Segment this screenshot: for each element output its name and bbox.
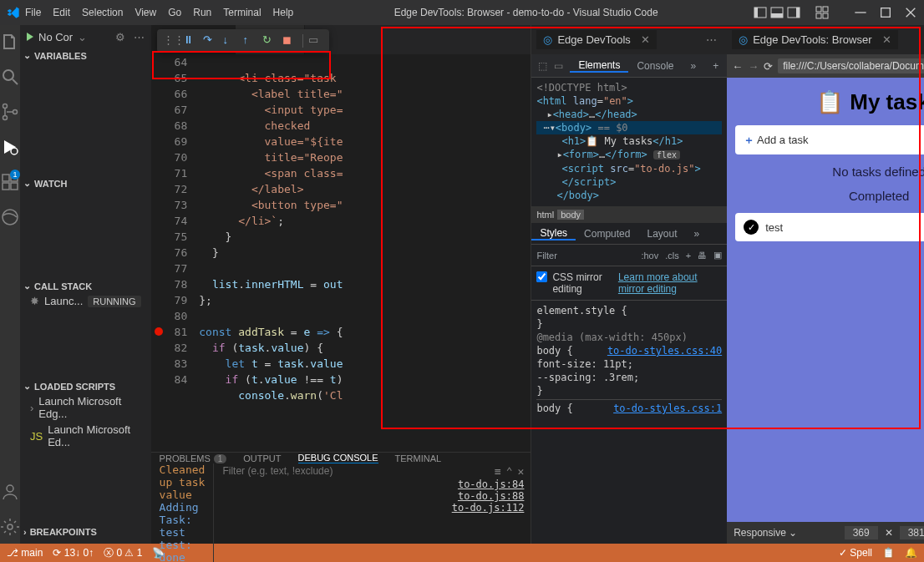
chevron-down-icon[interactable]: ⌄ xyxy=(78,31,87,43)
bell-icon[interactable]: 🔔 xyxy=(905,547,917,559)
restart-icon[interactable]: ↻ xyxy=(262,33,277,48)
back-icon[interactable]: ← xyxy=(732,60,743,73)
tab-computed[interactable]: Computed xyxy=(576,228,638,240)
source-link-2[interactable]: to-do.js:88 xyxy=(221,490,524,502)
forward-icon[interactable]: → xyxy=(748,60,759,73)
height-input[interactable]: 381 xyxy=(900,526,924,539)
maximize-icon[interactable] xyxy=(879,6,892,19)
ellipsis-icon[interactable]: ⋯ xyxy=(134,31,145,43)
minimize-icon[interactable] xyxy=(854,6,867,19)
step-into-icon[interactable]: ↓ xyxy=(223,33,238,48)
section-variables[interactable]: ⌄VARIABLES xyxy=(20,48,151,63)
styles-filter-input[interactable]: Filter xyxy=(536,251,556,261)
code-content[interactable]: <li class="task <label title=" <input ty… xyxy=(199,54,531,452)
more-icon[interactable]: ⋯ xyxy=(701,33,722,46)
tab-output[interactable]: OUTPUT xyxy=(243,453,281,463)
tab-layout[interactable]: Layout xyxy=(638,228,685,240)
tab-terminal[interactable]: TERMINAL xyxy=(395,453,442,463)
toggle-panel-icon[interactable] xyxy=(770,6,784,19)
search-icon[interactable] xyxy=(0,67,20,87)
menu-run[interactable]: Run xyxy=(188,5,216,20)
tab-styles[interactable]: Styles xyxy=(531,227,576,240)
section-callstack[interactable]: ⌄CALL STACK xyxy=(20,279,151,293)
browser-tab[interactable]: ◎Edge DevTools: Browser ✕ xyxy=(732,30,897,49)
reload-icon[interactable]: ⟳ xyxy=(764,60,773,73)
source-link-3[interactable]: to-do.js:112 xyxy=(221,502,524,514)
menu-terminal[interactable]: Terminal xyxy=(218,5,266,20)
settings-icon[interactable] xyxy=(0,517,20,537)
collapse-icon[interactable]: ⌃ xyxy=(506,465,513,478)
toggle-primary-sidebar-icon[interactable] xyxy=(754,6,767,19)
debug-filter-input[interactable] xyxy=(221,463,490,478)
browser-viewport[interactable]: 📋My tasks ＋ Add a task ➔ No tasks define… xyxy=(727,78,924,522)
responsive-dropdown[interactable]: Responsive ⌄ xyxy=(734,527,797,539)
stop-icon[interactable]: ◼ xyxy=(282,33,297,48)
explorer-icon[interactable] xyxy=(0,32,20,52)
menu-edit[interactable]: Edit xyxy=(48,5,75,20)
debug-toolbar[interactable]: ⋮⋮ ⏸ ↷ ↓ ↑ ↻ ◼ ▭ xyxy=(157,29,329,53)
gear-icon[interactable]: ⚙ xyxy=(115,31,125,43)
toggle-icon[interactable]: ▣ xyxy=(713,250,722,261)
sync-indicator[interactable]: ⟳ 13↓ 0↑ xyxy=(53,547,94,559)
close-panel-icon[interactable]: ✕ xyxy=(518,465,525,478)
mirror-learn-link[interactable]: Learn more about mirror editing xyxy=(618,271,722,295)
css-source-link-1[interactable]: to-do-styles.css:40 xyxy=(607,344,722,357)
menu-help[interactable]: Help xyxy=(268,5,299,20)
url-bar[interactable]: file:///C:/Users/collabera/Documents/Git… xyxy=(778,58,924,73)
branch-indicator[interactable]: ⎇ main xyxy=(7,547,43,559)
device-icon[interactable]: ▭ xyxy=(554,60,563,72)
styles-pane[interactable]: element.style { } @media (max-width: 450… xyxy=(531,301,727,544)
tab-elements[interactable]: Elements xyxy=(570,59,628,73)
feedback-icon[interactable]: 📋 xyxy=(882,547,895,559)
more-styles-icon[interactable]: » xyxy=(686,228,708,240)
close-icon[interactable]: ✕ xyxy=(641,33,650,46)
run-debug-icon[interactable]: 1 xyxy=(0,137,20,157)
breakpoint-icon[interactable] xyxy=(155,327,163,336)
customize-layout-icon[interactable] xyxy=(815,6,829,19)
section-loaded-scripts[interactable]: ⌄LOADED SCRIPTS xyxy=(20,379,151,393)
dom-tree[interactable]: <!DOCTYPE html> <html lang="en"> ▸<head>… xyxy=(531,78,727,206)
close-icon[interactable] xyxy=(904,6,917,19)
screencast-icon[interactable]: ▭ xyxy=(308,33,323,48)
loaded-script-1[interactable]: ›Launch Microsoft Edg... xyxy=(20,393,151,422)
pause-icon[interactable]: ⏸ xyxy=(183,33,198,48)
debug-config-name[interactable]: No Cor xyxy=(38,31,73,43)
callstack-item[interactable]: ✸ Launc... RUNNING xyxy=(20,293,151,309)
menu-file[interactable]: File xyxy=(20,5,46,20)
source-control-icon[interactable] xyxy=(0,102,20,122)
css-mirror-checkbox[interactable] xyxy=(536,271,547,282)
breadcrumb[interactable]: html body xyxy=(531,206,727,223)
code-editor[interactable]: 6465666768697071727374757677787980818283… xyxy=(151,54,531,452)
width-input[interactable]: 369 xyxy=(845,526,878,539)
inspect-icon[interactable]: ⬚ xyxy=(538,60,547,72)
clear-icon[interactable]: ≡ xyxy=(495,465,501,478)
problems-indicator[interactable]: ⓧ 0 ⚠ 1 xyxy=(104,546,142,560)
source-link-1[interactable]: to-do.js:84 xyxy=(221,478,524,490)
devtools-tab[interactable]: ◎Edge DevTools ✕ xyxy=(536,30,656,49)
toggle-secondary-sidebar-icon[interactable] xyxy=(787,6,800,19)
close-icon[interactable]: ✕ xyxy=(882,33,891,46)
new-style-icon[interactable]: + xyxy=(686,251,691,261)
step-out-icon[interactable]: ↑ xyxy=(242,33,257,48)
drag-handle-icon[interactable]: ⋮⋮ xyxy=(163,33,178,48)
tab-console[interactable]: Console xyxy=(628,60,682,72)
add-tab-icon[interactable]: + xyxy=(704,60,727,72)
accounts-icon[interactable] xyxy=(0,482,20,502)
tab-problems[interactable]: PROBLEMS1 xyxy=(160,453,227,463)
step-over-icon[interactable]: ↷ xyxy=(203,33,218,48)
debug-console-output[interactable]: Cleaned up task value Adding Task: test … xyxy=(151,463,214,562)
add-task-row[interactable]: ＋ Add a task ➔ xyxy=(735,125,924,154)
cls-button[interactable]: .cls xyxy=(665,251,679,261)
edge-tools-icon[interactable] xyxy=(0,207,20,227)
spell-indicator[interactable]: ✓ Spell xyxy=(839,547,872,559)
print-icon[interactable]: 🖶 xyxy=(698,251,707,261)
section-watch[interactable]: ⌄WATCH xyxy=(20,176,151,190)
menu-selection[interactable]: Selection xyxy=(77,5,128,20)
start-debug-icon[interactable] xyxy=(27,33,33,41)
css-source-link-2[interactable]: to-do-styles.css:1 xyxy=(613,402,722,415)
menu-view[interactable]: View xyxy=(129,5,161,20)
hov-button[interactable]: :hov xyxy=(641,251,658,261)
section-breakpoints[interactable]: ›BREAKPOINTS xyxy=(20,525,151,539)
tab-debug-console[interactable]: DEBUG CONSOLE xyxy=(298,453,378,463)
menu-go[interactable]: Go xyxy=(163,5,186,20)
